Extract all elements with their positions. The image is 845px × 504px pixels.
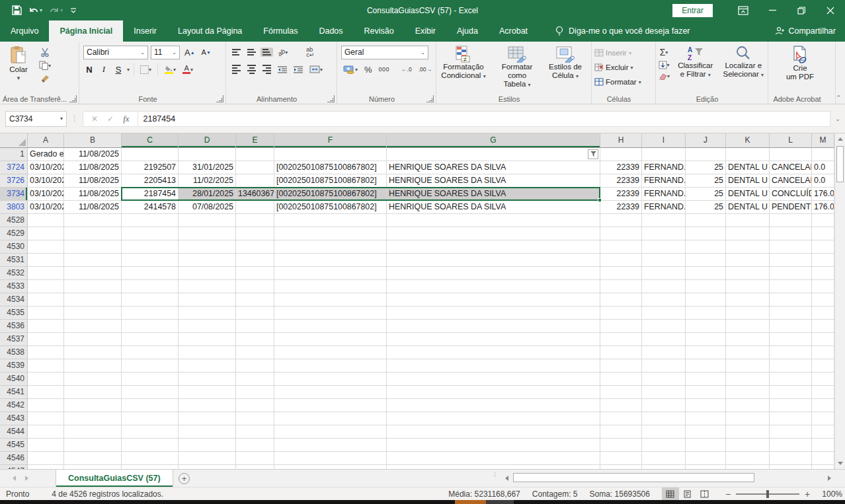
delete-cells-button[interactable]: Excluir▾ <box>592 60 655 75</box>
cell-A4546[interactable] <box>28 452 64 465</box>
cell-F3734[interactable]: [002025010875100867802] <box>274 188 387 201</box>
cell-D4539[interactable] <box>179 359 236 373</box>
cell-F4542[interactable] <box>274 399 387 412</box>
prev-sheet-icon[interactable] <box>13 476 16 481</box>
cell-I4531[interactable] <box>642 254 686 267</box>
cell-D4546[interactable] <box>179 452 236 465</box>
row-header-4541[interactable]: 4541 <box>0 386 28 399</box>
cell-B4538[interactable] <box>64 346 122 359</box>
tab-pagina-inicial[interactable]: Página Inicial <box>49 20 123 42</box>
font-size-select[interactable]: 11⌄ <box>151 46 180 59</box>
horizontal-scroll-thumb[interactable] <box>513 473 754 482</box>
cell-G4541[interactable] <box>387 386 600 399</box>
row-header-4533[interactable]: 4533 <box>0 280 28 293</box>
cell-F1[interactable] <box>274 148 387 161</box>
cell-B4542[interactable] <box>64 399 122 412</box>
cell-D3724[interactable]: 31/01/2025 <box>179 161 236 174</box>
cell-I4534[interactable] <box>642 293 686 306</box>
cell-G4544[interactable] <box>387 425 600 439</box>
cell-K4536[interactable] <box>726 320 770 333</box>
cell-K4529[interactable] <box>726 227 770 240</box>
cell-E4532[interactable] <box>236 267 274 280</box>
cell-A4535[interactable] <box>28 306 64 320</box>
cell-L4546[interactable] <box>770 452 812 465</box>
cell-L4532[interactable] <box>770 267 812 280</box>
cell-L4541[interactable] <box>770 386 812 399</box>
cell-J4541[interactable] <box>686 386 726 399</box>
align-left-icon[interactable] <box>230 63 243 75</box>
cell-J4544[interactable] <box>686 425 726 439</box>
cell-C3734[interactable]: 2187454 <box>122 188 179 201</box>
tab-scrollbar-splitter[interactable]: ⋮ <box>492 472 496 476</box>
increase-font-icon[interactable]: A▲ <box>182 46 197 59</box>
scroll-right-icon[interactable] <box>824 472 834 484</box>
merge-center-icon[interactable]: ▾ <box>307 64 325 75</box>
cell-styles-button[interactable]: Estilos deCélula ▾ <box>543 44 587 94</box>
column-header-C[interactable]: C <box>122 133 179 148</box>
cell-A4544[interactable] <box>28 425 64 439</box>
number-format-select[interactable]: Geral⌄ <box>341 46 428 59</box>
cell-L1[interactable] <box>770 148 812 161</box>
cell-J4531[interactable] <box>686 254 726 267</box>
cell-K4540[interactable] <box>726 373 770 386</box>
cell-C4540[interactable] <box>122 373 179 386</box>
zoom-in-icon[interactable]: + <box>805 489 810 499</box>
format-as-table-button[interactable]: Formatar comoTabela ▾ <box>491 44 543 94</box>
conditional-formatting-button[interactable]: ≠ FormataçãoCondicional ▾ <box>436 44 491 94</box>
cell-H4537[interactable] <box>600 333 642 346</box>
cell-K4538[interactable] <box>726 346 770 359</box>
tab-arquivo[interactable]: Arquivo <box>0 20 49 42</box>
cell-A4541[interactable] <box>28 386 64 399</box>
sign-in-button[interactable]: Entrar <box>672 4 713 17</box>
row-header-4536[interactable]: 4536 <box>0 320 28 333</box>
cell-H4534[interactable] <box>600 293 642 306</box>
cell-F4530[interactable] <box>274 240 387 254</box>
cell-J4538[interactable] <box>686 346 726 359</box>
cell-F4535[interactable] <box>274 306 387 320</box>
cell-D4536[interactable] <box>179 320 236 333</box>
cell-E4528[interactable] <box>236 214 274 227</box>
cell-G3734[interactable]: HENRIQUE SOARES DA SILVA <box>387 188 600 201</box>
cell-H1[interactable] <box>600 148 642 161</box>
cell-M4533[interactable] <box>812 280 834 293</box>
page-break-view-icon[interactable] <box>696 487 713 500</box>
cell-B4529[interactable] <box>64 227 122 240</box>
cell-E4539[interactable] <box>236 359 274 373</box>
cell-G4532[interactable] <box>387 267 600 280</box>
cell-A3724[interactable]: 03/10/2022 <box>28 161 64 174</box>
tab-inserir[interactable]: Inserir <box>123 20 167 42</box>
tell-me-box[interactable]: Diga-me o que você deseja fazer <box>555 20 690 42</box>
cell-C4539[interactable] <box>122 359 179 373</box>
cell-E4531[interactable] <box>236 254 274 267</box>
cell-F4529[interactable] <box>274 227 387 240</box>
cell-G3726[interactable]: HENRIQUE SOARES DA SILVA <box>387 174 600 188</box>
name-box[interactable]: C3734 ▾ <box>5 111 67 127</box>
insert-function-icon[interactable]: fx <box>123 114 129 124</box>
row-header-4540[interactable]: 4540 <box>0 373 28 386</box>
undo-dropdown-caret[interactable]: ▾ <box>40 7 42 13</box>
cell-D4540[interactable] <box>179 373 236 386</box>
cell-A3803[interactable]: 03/10/2022 <box>28 201 64 214</box>
font-color-icon[interactable]: A▾ <box>181 63 195 75</box>
cell-A4542[interactable] <box>28 399 64 412</box>
cell-C3726[interactable]: 2205413 <box>122 174 179 188</box>
bold-button[interactable]: N <box>83 63 95 76</box>
name-box-caret[interactable]: ▾ <box>60 116 63 122</box>
tab-acrobat[interactable]: Acrobat <box>489 20 538 42</box>
cell-H4530[interactable] <box>600 240 642 254</box>
column-header-L[interactable]: L <box>770 133 812 148</box>
cell-A4537[interactable] <box>28 333 64 346</box>
cell-J4540[interactable] <box>686 373 726 386</box>
cell-D4542[interactable] <box>179 399 236 412</box>
row-header-4537[interactable]: 4537 <box>0 333 28 346</box>
cell-K4539[interactable] <box>726 359 770 373</box>
cell-E4542[interactable] <box>236 399 274 412</box>
share-button[interactable]: Compartilhar <box>775 20 836 42</box>
cell-K4543[interactable] <box>726 412 770 425</box>
cell-G4530[interactable] <box>387 240 600 254</box>
cell-F4533[interactable] <box>274 280 387 293</box>
cell-L4545[interactable] <box>770 439 812 452</box>
cell-C4531[interactable] <box>122 254 179 267</box>
cell-K3734[interactable]: DENTAL U <box>726 188 770 201</box>
align-top-icon[interactable] <box>230 48 243 57</box>
